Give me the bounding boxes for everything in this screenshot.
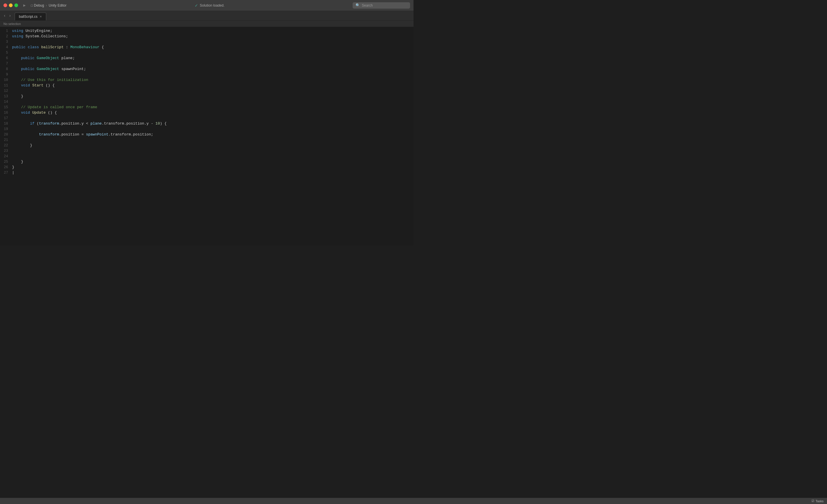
- code-line-15[interactable]: 15 // Update is called once per frame: [0, 104, 414, 110]
- line-number-23: 23: [0, 149, 12, 153]
- code-line-10[interactable]: 10 // Use this for initialization: [0, 77, 414, 83]
- line-content-6: public GameObject plane;: [12, 55, 75, 61]
- code-line-20[interactable]: 20 transform.position = spawnPoint.trans…: [0, 132, 414, 137]
- line-number-22: 22: [0, 144, 12, 148]
- breadcrumb-debug: □ Debug: [31, 3, 44, 7]
- code-line-25[interactable]: 25 }: [0, 159, 414, 164]
- line-content-25: }: [12, 159, 23, 164]
- code-line-9[interactable]: 9: [0, 72, 414, 77]
- code-line-4[interactable]: 4public class ballScript : MonoBehaviour…: [0, 45, 414, 50]
- minimize-button[interactable]: [9, 3, 13, 7]
- line-content-15: // Update is called once per frame: [12, 104, 97, 110]
- line-content-10: // Use this for initialization: [12, 77, 88, 83]
- code-line-19[interactable]: 19: [0, 126, 414, 132]
- line-content-24: [12, 154, 14, 159]
- line-content-22: }: [12, 143, 32, 148]
- line-content-23: [12, 148, 14, 154]
- line-content-16: void Update () {: [12, 110, 57, 115]
- line-content-3: [12, 39, 14, 45]
- line-content-21: [12, 137, 14, 143]
- line-content-9: [12, 72, 14, 77]
- nav-arrows: ‹ ›: [2, 13, 12, 19]
- line-number-24: 24: [0, 154, 12, 158]
- line-content-17: [12, 115, 14, 121]
- run-button[interactable]: ▶: [23, 3, 26, 8]
- breadcrumb-sep-1: ›: [46, 3, 47, 7]
- line-number-7: 7: [0, 62, 12, 66]
- line-number-10: 10: [0, 78, 12, 82]
- line-content-2: using System.Collections;: [12, 34, 68, 39]
- line-number-17: 17: [0, 116, 12, 120]
- line-content-14: [12, 99, 14, 104]
- maximize-button[interactable]: [14, 3, 18, 7]
- tab-ballscript[interactable]: ballScript.cs ×: [15, 13, 46, 20]
- tabs-bar: ‹ › ballScript.cs ×: [0, 11, 414, 21]
- line-number-5: 5: [0, 51, 12, 55]
- line-number-2: 2: [0, 35, 12, 39]
- code-line-26[interactable]: 26}: [0, 164, 414, 170]
- search-input[interactable]: [362, 3, 405, 7]
- code-line-16[interactable]: 16 void Update () {: [0, 110, 414, 115]
- nav-back-button[interactable]: ‹: [2, 13, 7, 19]
- code-line-17[interactable]: 17: [0, 115, 414, 121]
- line-content-7: [12, 61, 14, 66]
- code-line-3[interactable]: 3: [0, 39, 414, 45]
- traffic-lights: [3, 3, 18, 7]
- line-content-11: void Start () {: [12, 83, 55, 88]
- search-bar[interactable]: 🔍: [353, 2, 410, 9]
- line-content-19: [12, 126, 14, 132]
- code-editor[interactable]: 1using UnityEngine;2using System.Collect…: [0, 27, 414, 246]
- line-number-19: 19: [0, 127, 12, 131]
- code-line-2[interactable]: 2using System.Collections;: [0, 34, 414, 39]
- code-line-23[interactable]: 23: [0, 148, 414, 154]
- code-line-1[interactable]: 1using UnityEngine;: [0, 28, 414, 34]
- code-line-12[interactable]: 12: [0, 88, 414, 94]
- code-line-14[interactable]: 14: [0, 99, 414, 104]
- line-content-18: if (transform.position.y < plane.transfo…: [12, 121, 166, 126]
- code-line-24[interactable]: 24: [0, 154, 414, 159]
- selection-text: No selection: [3, 22, 21, 26]
- status-text: Solution loaded.: [200, 3, 225, 7]
- breadcrumb-unity: Unity Editor: [49, 3, 66, 7]
- line-content-20: transform.position = spawnPoint.transfor…: [12, 132, 153, 137]
- close-button[interactable]: [3, 3, 7, 7]
- line-number-15: 15: [0, 105, 12, 109]
- debug-icon: □: [31, 4, 33, 7]
- code-line-7[interactable]: 7: [0, 61, 414, 66]
- line-number-21: 21: [0, 138, 12, 142]
- line-number-13: 13: [0, 94, 12, 98]
- breadcrumb-debug-label: Debug: [34, 3, 44, 7]
- line-number-26: 26: [0, 165, 12, 169]
- code-line-11[interactable]: 11 void Start () {: [0, 83, 414, 88]
- code-line-27[interactable]: 27|: [0, 170, 414, 175]
- line-number-3: 3: [0, 40, 12, 44]
- line-number-4: 4: [0, 45, 12, 49]
- nav-forward-button[interactable]: ›: [7, 13, 12, 19]
- line-number-6: 6: [0, 56, 12, 60]
- breadcrumb-unity-label: Unity Editor: [49, 3, 66, 7]
- code-line-8[interactable]: 8 public GameObject spawnPoint;: [0, 66, 414, 72]
- status-check-icon: ✓: [195, 3, 198, 8]
- code-line-5[interactable]: 5: [0, 50, 414, 55]
- titlebar: ▶ □ Debug › Unity Editor ✓ Solution load…: [0, 0, 414, 11]
- code-line-13[interactable]: 13 }: [0, 94, 414, 99]
- code-line-6[interactable]: 6 public GameObject plane;: [0, 55, 414, 61]
- line-number-18: 18: [0, 122, 12, 126]
- line-number-12: 12: [0, 89, 12, 93]
- line-content-1: using UnityEngine;: [12, 28, 52, 34]
- line-content-12: [12, 88, 14, 94]
- code-line-22[interactable]: 22 }: [0, 143, 414, 148]
- line-content-8: public GameObject spawnPoint;: [12, 66, 86, 72]
- code-line-18[interactable]: 18 if (transform.position.y < plane.tran…: [0, 121, 414, 126]
- line-content-27: |: [12, 170, 14, 175]
- breadcrumb: □ Debug › Unity Editor: [31, 3, 66, 7]
- line-number-9: 9: [0, 72, 12, 77]
- tab-close-button[interactable]: ×: [40, 15, 42, 19]
- line-number-25: 25: [0, 160, 12, 164]
- search-icon: 🔍: [355, 3, 360, 8]
- code-line-21[interactable]: 21: [0, 137, 414, 143]
- line-content-26: }: [12, 164, 14, 170]
- selection-bar: No selection: [0, 21, 414, 27]
- line-number-27: 27: [0, 171, 12, 175]
- tab-label: ballScript.cs: [19, 15, 38, 19]
